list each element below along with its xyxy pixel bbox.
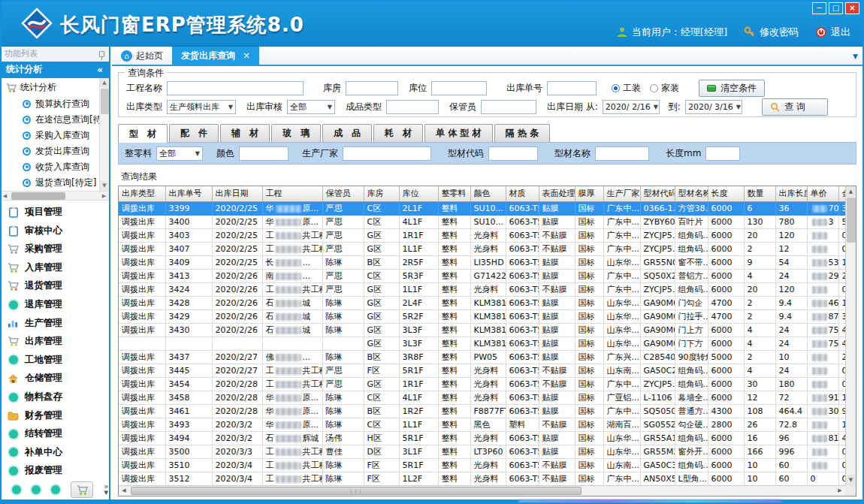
table-cell[interactable]: 山东华... — [603, 337, 640, 350]
column-header-整零料[interactable]: 整零料 — [438, 186, 470, 201]
table-cell[interactable]: 调拨出库 — [119, 323, 165, 337]
more-modules-button[interactable]: »▾ — [104, 484, 109, 496]
table-cell[interactable]: 陈琳 — [322, 255, 364, 269]
table-cell[interactable]: 国标 — [575, 350, 603, 364]
table-cell[interactable]: 6063-T5 — [506, 350, 539, 364]
table-cell[interactable]: 6063-T5 — [506, 228, 539, 242]
table-cell[interactable]: H区 — [364, 431, 399, 445]
table-cell[interactable]: 4700 — [708, 296, 744, 309]
table-cell[interactable]: 2020/2/25 — [212, 228, 262, 242]
table-cell[interactable]: 6000 — [708, 377, 744, 391]
table-cell[interactable]: 120 — [775, 228, 807, 242]
table-cell[interactable]: 2020/3/2 — [212, 431, 262, 445]
table-cell[interactable]: 整料 — [438, 377, 470, 391]
table-cell[interactable]: 2020/3/2 — [212, 418, 262, 431]
table-cell[interactable]: 2020/2/25 — [212, 255, 262, 269]
table-cell[interactable]: 华原... — [262, 201, 322, 215]
table-cell[interactable] — [119, 337, 165, 350]
table-cell[interactable]: 贴膜 — [539, 269, 575, 282]
sidebar-item-财务管理[interactable]: 财务管理 — [0, 406, 109, 425]
sidebar-item-结转管理[interactable]: 结转管理 — [0, 424, 109, 443]
table-row[interactable]: 调拨出库34372020/2/27佛...陈琳B区3R8F整料PW056063-… — [119, 350, 856, 364]
table-cell[interactable]: 不贴膜 — [539, 282, 575, 296]
table-cell[interactable]: 光身料 — [470, 242, 506, 255]
table-cell[interactable]: 12 — [744, 391, 775, 404]
table-cell[interactable]: 国标 — [575, 391, 603, 404]
table-cell[interactable]: 国标 — [575, 377, 603, 391]
table-cell[interactable]: 2 — [744, 309, 775, 323]
table-cell[interactable]: G71422 — [470, 269, 506, 282]
table-cell[interactable]: KLM3817 — [470, 323, 506, 337]
table-cell[interactable]: G区 — [364, 282, 399, 296]
table-cell[interactable]: 佛... — [262, 350, 322, 364]
table-cell[interactable]: 广东中... — [603, 242, 640, 255]
table-cell[interactable]: 广东中... — [603, 472, 640, 485]
table-cell[interactable]: 5R2F — [399, 309, 438, 323]
table-cell[interactable]: 整料 — [438, 458, 470, 472]
table-cell[interactable]: 6000 — [708, 472, 744, 485]
table-cell[interactable]: 4L1F — [399, 391, 438, 404]
table-row[interactable]: 调拨出库33992020/2/25华原...严思C区2L1F整料SU10...6… — [119, 201, 856, 215]
date-to-select[interactable]: 2020/ 3/16▼ — [685, 100, 742, 114]
table-cell[interactable] — [322, 337, 364, 350]
table-cell[interactable] — [807, 350, 838, 364]
grid-horizontal-scrollbar[interactable]: ◀ | | | ▶ — [119, 485, 845, 496]
table-cell[interactable]: 3L1F — [399, 445, 438, 458]
table-cell[interactable]: 60 — [775, 472, 807, 485]
keeper-input[interactable] — [481, 100, 536, 114]
table-cell[interactable]: 30 — [744, 377, 775, 391]
table-cell[interactable]: 华原... — [262, 391, 322, 404]
table-cell[interactable]: 严思 — [322, 377, 364, 391]
table-cell[interactable]: 3454 — [165, 377, 212, 391]
table-cell[interactable]: 贴膜 — [539, 337, 575, 350]
tab-close-icon[interactable]: × — [243, 50, 250, 61]
table-row[interactable]: 调拨出库34032020/2/25工共工程严思G区1R1F整料光身料6063-T… — [119, 228, 856, 242]
table-cell[interactable]: 调拨出库 — [119, 350, 165, 364]
tree-item-采购入库查询[interactable]: 采购入库查询 — [0, 128, 99, 143]
table-cell[interactable]: G区 — [364, 337, 399, 350]
table-cell[interactable]: 陈琳 — [322, 404, 364, 418]
table-cell[interactable]: 72.8 — [775, 418, 807, 431]
table-cell[interactable]: 整料 — [438, 350, 470, 364]
table-cell[interactable]: 24 — [775, 323, 807, 337]
table-cell[interactable]: GA90M06. — [640, 296, 675, 309]
scroll-right-icon[interactable]: ▶ — [835, 486, 845, 496]
table-row[interactable]: G区3L3F整料KLM38176063-T5贴膜国标山东华...GA90M09.… — [119, 337, 856, 350]
tree-item-退货查询[待定][interactable]: 退货查询[待定] — [0, 175, 99, 191]
column-header-库房[interactable]: 库房 — [364, 186, 399, 201]
table-cell[interactable]: 6000 — [708, 445, 744, 458]
module-dot-icon[interactable] — [51, 485, 60, 494]
table-cell[interactable]: 陈琳 — [322, 309, 364, 323]
table-cell[interactable]: 5000 — [708, 350, 744, 364]
table-row[interactable]: 调拨出库35002020/3/3工共工程曹佳D区3L1F整料LT3P606063… — [119, 445, 856, 458]
table-cell[interactable]: 窗外开... — [675, 445, 708, 458]
table-cell[interactable] — [807, 364, 838, 377]
sidebar-item-采购管理[interactable]: 采购管理 — [0, 240, 109, 258]
column-header-出库长度[interactable]: 出库长度 — [775, 186, 807, 201]
table-cell[interactable]: 3424 — [165, 282, 212, 296]
table-cell[interactable]: 整料 — [438, 215, 470, 228]
table-cell[interactable]: 2020/2/28 — [212, 377, 262, 391]
table-cell[interactable]: 国标 — [575, 215, 603, 228]
table-cell[interactable]: 20 — [744, 282, 775, 296]
table-cell[interactable]: 3409 — [165, 255, 212, 269]
table-cell[interactable]: 石城 — [262, 296, 322, 309]
table-cell[interactable]: 90度转角 — [675, 350, 708, 364]
table-cell[interactable]: 幕墙全... — [675, 391, 708, 404]
table-cell[interactable]: 75 — [807, 337, 838, 350]
table-cell[interactable]: 不贴膜 — [539, 418, 575, 431]
profile-code-input[interactable] — [488, 146, 538, 161]
table-cell[interactable]: GR55M26 — [640, 445, 675, 458]
table-cell[interactable]: 门上方 — [675, 323, 708, 337]
table-cell[interactable]: 陈琳 — [322, 391, 364, 404]
table-cell[interactable]: 调拨出库 — [119, 201, 165, 215]
table-cell[interactable]: 2020/2/26 — [212, 282, 262, 296]
table-cell[interactable]: 96 — [775, 431, 807, 445]
table-cell[interactable]: 2020/3/4 — [212, 472, 262, 485]
table-cell[interactable]: 24 — [775, 269, 807, 282]
table-cell[interactable]: 2020/3/4 — [212, 458, 262, 472]
table-cell[interactable]: 国标 — [575, 364, 603, 377]
table-cell[interactable]: F区 — [364, 364, 399, 377]
sidebar-item-退库管理[interactable]: 退库管理 — [0, 295, 109, 314]
tree-vertical-scrollbar[interactable]: ▲ ▼ — [99, 78, 109, 192]
